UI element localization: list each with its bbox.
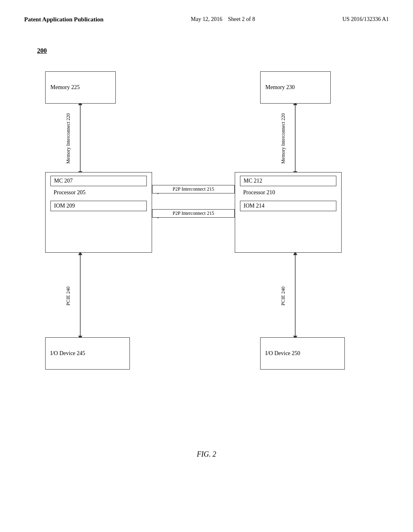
memory-230-box: Memory 230: [260, 71, 331, 104]
processor-210-label: Processor 210: [243, 189, 275, 195]
header-sheet: Sheet 2 of 8: [228, 16, 255, 22]
system-label: 200: [37, 47, 47, 54]
memory-interconnect-left: Memory Interconnect 220: [65, 107, 71, 170]
figure-label: FIG. 2: [24, 450, 389, 459]
iom-214-box: IOM 214: [240, 201, 336, 211]
p2p-bottom-label: P2P Interconnect 215: [173, 210, 214, 216]
iom-209-box: IOM 209: [50, 201, 147, 211]
header-date: May 12, 2016: [191, 16, 222, 22]
mc-212-label: MC 212: [244, 178, 262, 184]
io-device-245-box: I/O Device 245: [45, 337, 130, 370]
right-processor-box: MC 212 Processor 210 IOM 214: [235, 172, 342, 253]
diagram-area: 200: [33, 47, 380, 442]
processor-210: Processor 210: [240, 188, 278, 197]
memory-interconnect-right: Memory Interconnect 220: [280, 107, 286, 170]
memory-230-label: Memory 230: [265, 84, 295, 91]
processor-205: Processor 205: [50, 188, 89, 197]
io-device-245-label: I/O Device 245: [50, 350, 85, 357]
io-device-250-box: I/O Device 250: [260, 337, 345, 370]
header-center: May 12, 2016 Sheet 2 of 8: [191, 16, 255, 23]
p2p-interconnect-bottom: P2P Interconnect 215: [152, 209, 235, 218]
patent-number: US 2016/132336 A1: [342, 16, 389, 23]
iom-214-label: IOM 214: [244, 203, 265, 209]
processor-205-label: Processor 205: [54, 189, 86, 195]
memory-225-label: Memory 225: [50, 84, 80, 91]
publication-label: Patent Application Publication: [24, 16, 104, 23]
io-device-250-label: I/O Device 250: [265, 350, 300, 357]
memory-interconnect-left-label: Memory Interconnect 220: [65, 113, 71, 164]
p2p-interconnect-top: P2P Interconnect 215: [152, 185, 235, 193]
page-header: Patent Application Publication May 12, 2…: [24, 16, 389, 23]
pcie-right-label: PCIE 240: [280, 287, 286, 305]
mc-212-box: MC 212: [240, 176, 336, 186]
pcie-right: PCIE 240: [280, 257, 286, 335]
page: Patent Application Publication May 12, 2…: [0, 0, 413, 532]
mc-207-label: MC 207: [54, 178, 73, 184]
memory-225-box: Memory 225: [45, 71, 116, 104]
pcie-left-label: PCIE 240: [65, 287, 71, 305]
left-processor-box: MC 207 Processor 205 IOM 209: [45, 172, 152, 253]
mc-207-box: MC 207: [50, 176, 147, 186]
p2p-top-label: P2P Interconnect 215: [173, 186, 214, 192]
memory-interconnect-right-label: Memory Interconnect 220: [280, 113, 286, 164]
iom-209-label: IOM 209: [54, 203, 75, 209]
pcie-left: PCIE 240: [65, 257, 71, 335]
